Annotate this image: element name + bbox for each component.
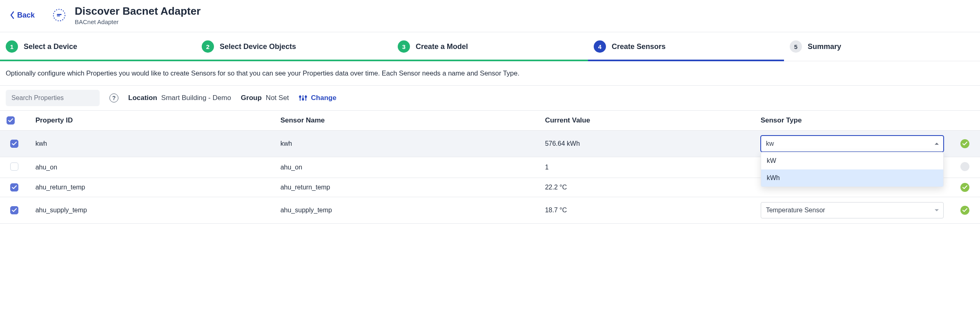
sensor-name-cell[interactable]: ahu_return_temp [274, 178, 539, 197]
step-2[interactable]: 2Select Device Objects [196, 32, 392, 61]
row-checkbox[interactable] [10, 183, 18, 191]
check-circle-icon [960, 139, 969, 148]
change-label: Change [311, 94, 336, 102]
svg-rect-1 [57, 14, 61, 15]
th-current-value[interactable]: Current Value [539, 111, 754, 131]
property-id-cell: ahu_return_temp [29, 178, 274, 197]
step-5[interactable]: 5Summary [784, 32, 980, 61]
location-value: Smart Building - Demo [161, 94, 231, 102]
chevron-down-icon [935, 209, 939, 211]
wizard-stepper: 1Select a Device2Select Device Objects3C… [0, 32, 980, 61]
svg-rect-2 [57, 16, 60, 16]
step-label: Create a Model [416, 42, 468, 51]
row-checkbox[interactable] [10, 162, 18, 171]
info-icon[interactable]: ? [109, 93, 118, 102]
current-value-cell: 18.7 °C [539, 197, 754, 224]
svg-point-7 [302, 98, 304, 100]
dropdown-option[interactable]: kWh [761, 169, 943, 187]
th-sensor-type[interactable]: Sensor Type [754, 111, 950, 131]
row-checkbox[interactable] [10, 140, 18, 148]
current-value-cell: 576.64 kWh [539, 131, 754, 157]
sliders-icon [299, 94, 307, 102]
page-subtitle: BACnet Adapter [75, 18, 200, 25]
page-title: Discover Bacnet Adapter [75, 5, 200, 18]
sensor-type-select[interactable]: kwkWkWh [761, 136, 944, 152]
th-property-id[interactable]: Property ID [29, 111, 274, 131]
step-number-icon: 4 [594, 40, 606, 53]
sensor-name-cell[interactable]: ahu_on [274, 157, 539, 178]
chevron-left-icon [10, 11, 15, 19]
step-label: Summary [808, 42, 841, 51]
row-checkbox[interactable] [10, 206, 18, 214]
step-4[interactable]: 4Create Sensors [588, 32, 784, 61]
property-id-cell: ahu_on [29, 157, 274, 178]
step-3[interactable]: 3Create a Model [392, 32, 588, 61]
current-value-cell: 1 [539, 157, 754, 178]
step-number-icon: 1 [6, 40, 18, 53]
step-number-icon: 3 [398, 40, 410, 53]
table-row: ahu_supply_tempahu_supply_temp18.7 °CTem… [0, 197, 980, 224]
step-number-icon: 5 [790, 40, 802, 53]
back-button[interactable]: Back [10, 11, 35, 20]
select-all-checkbox[interactable] [7, 116, 15, 125]
page-header: Back Discover Bacnet Adapter BACnet Adap… [0, 0, 980, 32]
svg-point-8 [305, 96, 307, 98]
table-row: kwhkwh576.64 kWhkwkWkWh [0, 131, 980, 157]
th-sensor-name[interactable]: Sensor Name [274, 111, 539, 131]
step-label: Select a Device [24, 42, 77, 51]
sensor-type-select[interactable]: Temperature Sensor [761, 202, 944, 218]
back-label: Back [17, 11, 35, 20]
search-input[interactable] [6, 90, 100, 106]
check-circle-icon [960, 206, 969, 215]
sensors-table: Property ID Sensor Name Current Value Se… [0, 110, 980, 224]
property-id-cell: kwh [29, 131, 274, 157]
sensor-name-cell[interactable]: kwh [274, 131, 539, 157]
property-id-cell: ahu_supply_temp [29, 197, 274, 224]
sensor-type-dropdown: kWkWh [761, 152, 944, 187]
status-indicator-off [960, 162, 969, 171]
step-number-icon: 2 [202, 40, 214, 53]
group-value: Not Set [266, 94, 289, 102]
change-button[interactable]: Change [299, 94, 336, 102]
step-1[interactable]: 1Select a Device [0, 32, 196, 61]
svg-point-6 [299, 96, 301, 98]
filter-bar: ? Location Smart Building - Demo Group N… [0, 86, 980, 110]
adapter-icon [51, 7, 67, 23]
step-label: Select Device Objects [220, 42, 296, 51]
chevron-up-icon [935, 143, 939, 145]
check-circle-icon [960, 183, 969, 192]
current-value-cell: 22.2 °C [539, 178, 754, 197]
dropdown-option[interactable]: kW [761, 152, 943, 169]
step-instruction: Optionally configure which Properties yo… [0, 61, 980, 86]
location-label: Location [128, 94, 157, 102]
step-label: Create Sensors [612, 42, 666, 51]
sensor-name-cell[interactable]: ahu_supply_temp [274, 197, 539, 224]
group-label: Group [241, 94, 262, 102]
